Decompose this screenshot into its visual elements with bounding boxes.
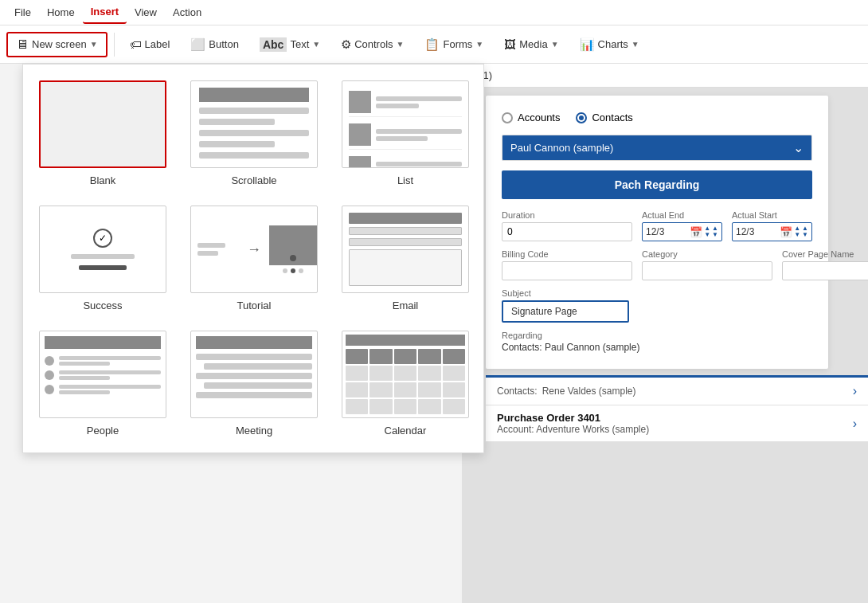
button-icon: ⬜ (190, 37, 205, 52)
forms-chevron: ▼ (475, 40, 483, 49)
controls-icon: ⚙ (341, 37, 351, 52)
button-button[interactable]: ⬜ Button (182, 33, 248, 57)
text-button[interactable]: Abc Text ▼ (251, 33, 329, 57)
screen-item-tutorial[interactable]: → Tutorial (190, 206, 318, 311)
time-stepper[interactable]: ▲ ▼ (712, 225, 718, 238)
toolbar-divider-1 (114, 33, 115, 57)
list-entry-contacts-info: Contacts: Rene Valdes (sample) (497, 386, 636, 397)
controls-button[interactable]: ⚙ Controls ▼ (332, 33, 412, 57)
dropdown-value: Paul Cannon (sample) (510, 142, 613, 154)
charts-button[interactable]: 📊 Charts ▼ (571, 33, 648, 57)
contacts-prefix: Contacts: (497, 386, 538, 397)
charts-icon: 📊 (580, 37, 595, 52)
charts-chevron: ▼ (631, 40, 639, 49)
menu-action[interactable]: Action (165, 2, 209, 23)
regarding-label: Regarding (502, 331, 812, 340)
screen-thumb-meeting (190, 331, 318, 418)
screen-item-people[interactable]: People (39, 331, 166, 437)
text-chevron: ▼ (312, 40, 320, 49)
screen-thumb-tutorial: → (190, 206, 318, 293)
label-button[interactable]: 🏷 Label (121, 33, 179, 56)
pach-regarding-button[interactable]: Pach Regarding (502, 170, 812, 199)
canvas-area: 5, 1) B W Accounts Contacts (462, 64, 868, 603)
menu-home[interactable]: Home (39, 2, 83, 23)
new-screen-button[interactable]: 🖥 New screen ▼ (6, 32, 108, 57)
category-label: Category (642, 249, 772, 259)
label-icon: 🏷 (130, 37, 142, 51)
text-icon: Abc (260, 37, 287, 52)
calendar-icon: 📅 (690, 226, 702, 238)
actual-end-label: Actual End (642, 210, 722, 220)
screen-thumb-email (342, 206, 469, 293)
category-input[interactable] (642, 261, 772, 280)
step-down-icon[interactable]: ▼ (704, 232, 710, 238)
forms-button[interactable]: 📋 Forms ▼ (416, 33, 492, 57)
screen-label-success: Success (83, 300, 122, 311)
contacts-label: Contacts (592, 112, 632, 123)
time-down-icon[interactable]: ▼ (712, 232, 718, 238)
screen-thumb-calendar (342, 331, 469, 418)
cover-page-field-group: Cover Page Name (782, 249, 868, 280)
cover-page-label: Cover Page Name (782, 249, 868, 259)
screen-item-calendar[interactable]: Calendar (342, 331, 469, 437)
order-subtitle: Account: Adventure Works (sample) (497, 424, 649, 435)
actual-start-date-input[interactable]: 12/3 📅 ▲ ▼ ▲ ▼ (732, 222, 812, 241)
billing-code-input[interactable] (502, 261, 632, 280)
media-chevron: ▼ (551, 40, 559, 49)
screen-label-blank: Blank (90, 174, 116, 186)
cover-page-input[interactable] (782, 261, 868, 280)
form-panel: Accounts Contacts Paul Cannon (sample) ⌄… (486, 96, 828, 369)
list-entry-order-info: Purchase Order 3401 Account: Adventure W… (497, 412, 649, 435)
screen-thumb-people (39, 331, 166, 418)
app-form-container: Accounts Contacts Paul Cannon (sample) ⌄… (486, 96, 868, 442)
list-entry-purchase-order[interactable]: Purchase Order 3401 Account: Adventure W… (486, 405, 868, 442)
menu-insert[interactable]: Insert (83, 1, 127, 24)
screen-label-tutorial: Tutorial (237, 300, 272, 311)
order-title: Purchase Order 3401 (497, 412, 649, 424)
fields-row-2: Billing Code Category Cover Page Name (502, 249, 812, 280)
radio-contacts[interactable]: Contacts (576, 112, 632, 123)
screen-item-blank[interactable]: Blank (39, 80, 166, 186)
duration-input[interactable] (502, 222, 632, 241)
formula-bar: 5, 1) (462, 64, 868, 88)
menu-file[interactable]: File (6, 2, 39, 23)
menu-view[interactable]: View (127, 2, 165, 23)
list-entry-contacts[interactable]: Contacts: Rene Valdes (sample) › (486, 378, 868, 405)
actual-start-date-value: 12/3 (736, 226, 778, 237)
contact-dropdown[interactable]: Paul Cannon (sample) ⌄ (502, 135, 812, 161)
screen-grid: Blank Scrollable (39, 80, 467, 437)
success-checkmark-icon: ✓ (93, 229, 112, 248)
menu-bar: File Home Insert View Action (0, 0, 868, 25)
fields-row-1: Duration Actual End 12/3 📅 ▲ ▼ (502, 210, 812, 241)
forms-icon: 📋 (424, 37, 440, 52)
subject-input[interactable]: Signature Page (502, 300, 629, 323)
screen-item-success[interactable]: ✓ Success (39, 206, 166, 311)
billing-code-field-group: Billing Code (502, 249, 632, 280)
screen-item-email[interactable]: Email (342, 206, 469, 311)
actual-start-date-stepper[interactable]: ▲ ▼ (794, 225, 800, 238)
screen-label-people: People (87, 425, 119, 437)
actual-end-date-input[interactable]: 12/3 📅 ▲ ▼ ▲ ▼ (642, 222, 722, 241)
actual-start-calendar-icon: 📅 (780, 226, 792, 238)
controls-chevron: ▼ (397, 40, 405, 49)
screen-label-list: List (397, 174, 413, 186)
dropdown-chevron-icon: ⌄ (793, 140, 803, 155)
radio-accounts[interactable]: Accounts (502, 112, 560, 123)
regarding-value: Contacts: Paul Cannon (sample) (502, 342, 812, 353)
regarding-section: Regarding Contacts: Paul Cannon (sample) (502, 331, 812, 353)
subject-label: Subject (502, 288, 812, 298)
bottom-list: Contacts: Rene Valdes (sample) › Purchas… (486, 375, 868, 442)
actual-start-time-stepper[interactable]: ▲ ▼ (802, 225, 808, 238)
new-screen-chevron: ▼ (90, 40, 98, 49)
screen-item-scrollable[interactable]: Scrollable (190, 80, 318, 186)
subject-field-group: Subject Signature Page (502, 288, 812, 323)
duration-field-group: Duration (502, 210, 632, 241)
media-button[interactable]: 🖼 Media ▼ (495, 33, 567, 56)
date-stepper[interactable]: ▲ ▼ (704, 225, 710, 238)
screen-item-meeting[interactable]: Meeting (190, 331, 318, 437)
media-icon: 🖼 (504, 37, 516, 51)
screen-thumb-list (342, 80, 469, 168)
contacts-name: Rene Valdes (sample) (542, 386, 636, 397)
screen-item-list[interactable]: List (342, 80, 469, 186)
screen-label-meeting: Meeting (236, 425, 272, 437)
